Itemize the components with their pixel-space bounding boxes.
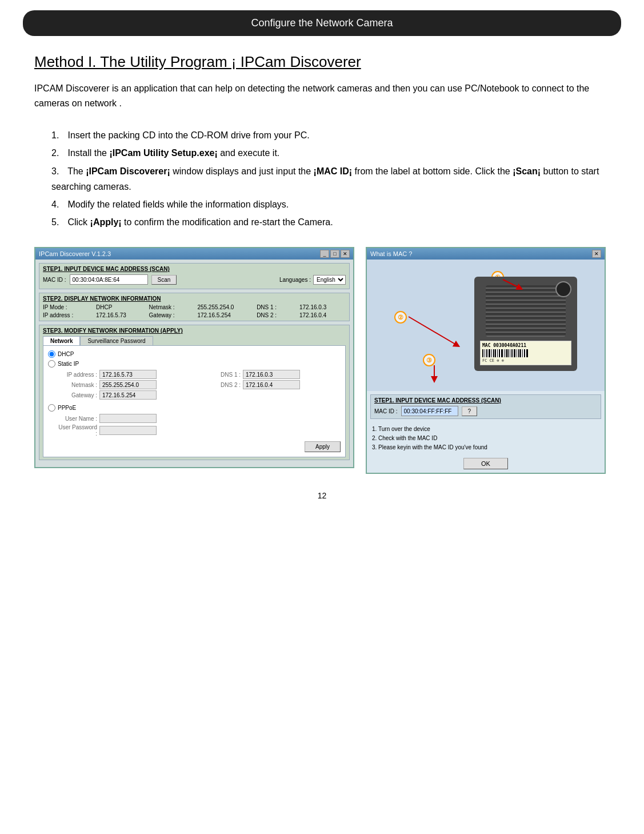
ip-addr-field[interactable]	[99, 370, 157, 379]
user-pass-label: User Password :	[57, 424, 97, 437]
dhcp-label: DHCP	[58, 351, 74, 357]
step1-label: STEP1. INPUT DEVICE MAC ADDRESS (SCAN)	[43, 266, 346, 272]
step1-left: MAC ID : Scan	[43, 274, 177, 286]
intro-text: IPCAM Discoverer is an application that …	[34, 81, 610, 110]
ip-mode-label: IP Mode :	[43, 304, 93, 310]
gateway-field-row: Gateway :	[57, 390, 197, 400]
lang-row: Languages : English	[279, 275, 346, 285]
step-5: 5. Click ¡Apply¡ to confirm the modifica…	[46, 214, 610, 230]
ip-addr-field-label: IP address :	[57, 372, 97, 378]
barcode	[482, 349, 528, 357]
dns1-value: 172.16.0.3	[299, 304, 346, 310]
dns1-field-row: DNS 1 :	[201, 370, 341, 379]
ipcam-body: STEP1. INPUT DEVICE MAC ADDRESS (SCAN) M…	[35, 260, 353, 467]
pppoe-label: PPPoE	[58, 405, 76, 411]
username-field[interactable]	[99, 414, 157, 423]
pppoe-radio-row: PPPoE	[48, 404, 341, 412]
step-3: 3. The ¡IPCam Discoverer¡ window display…	[46, 163, 610, 194]
dhcp-radio[interactable]	[48, 350, 55, 358]
mac-window: What is MAC ? ✕ ①	[366, 247, 606, 474]
ipcam-title: IPCam Discoverer V.1.2.3	[39, 250, 111, 257]
gateway-field[interactable]	[99, 390, 157, 400]
mac-id-label-2: MAC ID :	[374, 408, 398, 414]
pppoe-radio[interactable]	[48, 404, 55, 412]
netmask-value: 255.255.254.0	[197, 304, 253, 310]
steps-list: 1. Insert the packing CD into the CD-ROM…	[46, 127, 610, 230]
static-fields-grid: IP address : Netmask : Gateway :	[57, 370, 341, 401]
instruction-1: Turn over the device	[378, 425, 600, 434]
ip-addr-label: IP address :	[43, 312, 93, 318]
netmask-label: Netmask :	[149, 304, 194, 310]
ipcam-step2: STEP2. DISPLAY NETWORK INFORMATION IP Mo…	[39, 293, 350, 321]
gateway-value: 172.16.5.254	[197, 312, 253, 318]
netmask-field[interactable]	[99, 380, 157, 389]
win-close[interactable]: ✕	[341, 250, 350, 258]
user-pass-row: User Password :	[57, 424, 341, 437]
circle-2: ②	[394, 311, 407, 324]
username-row: User Name :	[57, 414, 341, 423]
win-minimize[interactable]: _	[320, 250, 329, 258]
bottom-label: MAC 0030040A0211 FC CE ⊕ ⊕	[480, 341, 571, 365]
win-controls: _ □ ✕	[320, 250, 350, 258]
mac-win-close[interactable]: ✕	[592, 250, 601, 258]
vent-slats	[486, 285, 566, 337]
svg-line-1	[409, 317, 457, 345]
mac-text: MAC 0030040A0211	[482, 343, 569, 348]
screenshots-row: IPCam Discoverer V.1.2.3 _ □ ✕ STEP1. IN…	[34, 247, 610, 474]
dns2-value: 172.16.0.4	[299, 312, 346, 318]
circle-3: ③	[423, 354, 435, 366]
username-label: User Name :	[57, 416, 97, 422]
gateway-label: Gateway :	[149, 312, 194, 318]
netmask-field-row: Netmask :	[57, 380, 197, 389]
ipcam-step3: STEP3. MODIFY NETWORK INFORMATION (APPLY…	[39, 325, 350, 460]
instruction-3: Please keyin with the MAC ID you've foun…	[378, 443, 600, 452]
dns2-field-row: DNS 2 :	[201, 380, 341, 389]
mac-question-btn[interactable]: ?	[462, 406, 478, 416]
dns1-field-label: DNS 1 :	[201, 372, 241, 378]
win-maximize[interactable]: □	[330, 250, 339, 258]
page-header: Configure the Network Camera	[23, 10, 621, 36]
mac-win-controls: ✕	[592, 250, 601, 258]
mac-id-input-2[interactable]	[401, 406, 458, 416]
step3-body: DHCP Static IP IP addr	[43, 345, 346, 457]
tab-surveillance[interactable]: Surveillance Password	[80, 336, 153, 345]
mac-body: ① MAC 0030040A0211 FC CE ⊕ ⊕	[367, 260, 605, 473]
device-body: MAC 0030040A0211 FC CE ⊕ ⊕	[474, 277, 577, 371]
ok-button[interactable]: OK	[463, 458, 508, 469]
dns1-label: DNS 1 :	[257, 304, 296, 310]
mac-step1-label: STEP1. INPUT DEVICE MAC ADDRESS (SCAN)	[374, 397, 597, 404]
ip-mode-value: DHCP	[96, 304, 146, 310]
ip-addr-field-row: IP address :	[57, 370, 197, 379]
netmask-field-label: Netmask :	[57, 382, 97, 388]
step3-right: DNS 1 : DNS 2 :	[201, 370, 341, 401]
static-fields: IP address : Netmask : Gateway :	[57, 370, 341, 401]
step-4: 4. Modify the related fields while the i…	[46, 197, 610, 212]
apply-button[interactable]: Apply	[305, 441, 341, 452]
mac-step1-section: STEP1. INPUT DEVICE MAC ADDRESS (SCAN) M…	[370, 394, 601, 419]
mac-id-input[interactable]	[70, 274, 148, 285]
step3-tabs: Network Surveillance Password	[43, 336, 346, 345]
static-ip-radio[interactable]	[48, 360, 55, 368]
mac-id-field-row: MAC ID : ?	[374, 406, 597, 416]
dns1-field[interactable]	[243, 370, 300, 379]
ok-btn-row: OK	[367, 454, 605, 473]
dns2-field[interactable]	[243, 380, 300, 389]
ce-mark: FC CE ⊕ ⊕	[482, 358, 569, 363]
page-number: 12	[34, 491, 610, 500]
step-2: 2. Install the ¡IPCam Utility Setup.exe¡…	[46, 145, 610, 161]
tab-network[interactable]: Network	[43, 336, 80, 345]
scan-button[interactable]: Scan	[151, 275, 177, 285]
lang-label: Languages :	[279, 277, 311, 283]
ip-addr-value: 172.16.5.73	[96, 312, 146, 318]
ipcam-window: IPCam Discoverer V.1.2.3 _ □ ✕ STEP1. IN…	[34, 247, 354, 468]
user-pass-field[interactable]	[99, 426, 157, 435]
mac-titlebar: What is MAC ? ✕	[367, 248, 605, 260]
pppoe-fields: User Name : User Password :	[57, 414, 341, 437]
mac-title: What is MAC ?	[370, 250, 412, 257]
section-title: Method I. The Utility Program ¡ IPCam Di…	[34, 53, 610, 71]
step1-inner: MAC ID : Scan Languages : English	[43, 274, 346, 286]
dns2-label: DNS 2 :	[257, 312, 296, 318]
lang-select[interactable]: English	[313, 275, 346, 285]
static-ip-label: Static IP	[58, 361, 79, 367]
device-lens	[555, 281, 571, 297]
